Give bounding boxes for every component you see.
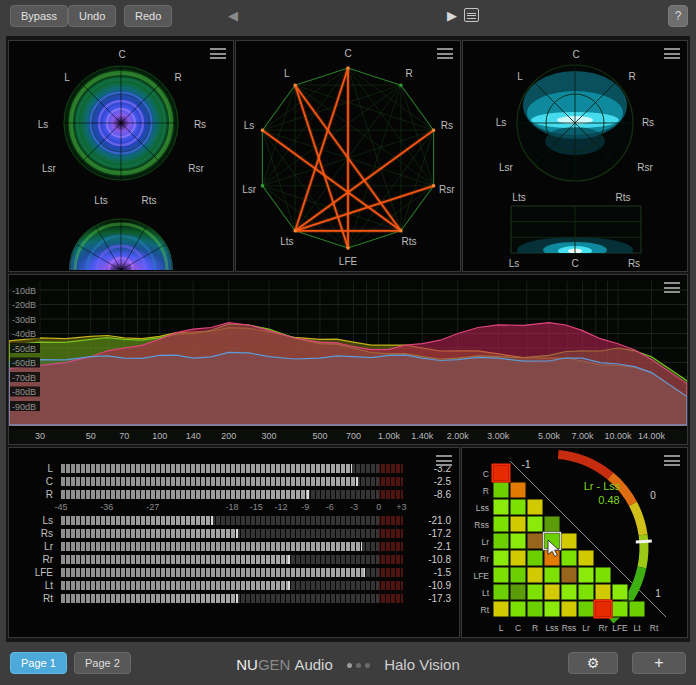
web-node xyxy=(432,129,435,132)
correlation-cell[interactable] xyxy=(527,567,543,583)
history-forward-icon[interactable]: ▶ xyxy=(447,8,457,24)
correlation-cell[interactable] xyxy=(510,550,526,566)
label: -10dB xyxy=(12,286,36,296)
correlation-cell[interactable] xyxy=(510,516,526,532)
web-node xyxy=(261,184,264,187)
correlation-cell[interactable] xyxy=(510,584,526,600)
label: Lss xyxy=(545,623,558,633)
correlation-cell[interactable] xyxy=(493,567,509,583)
panel-menu-icon[interactable] xyxy=(210,48,226,62)
label: R xyxy=(532,623,538,633)
label: Rs xyxy=(628,258,640,269)
correlation-cell[interactable] xyxy=(493,550,509,566)
correlation-matrix-visualization[interactable]: -101Lr - Lss0.48CRLssRssLrRrLFELtRtLCRLs… xyxy=(462,448,687,637)
correlation-cell[interactable] xyxy=(544,584,560,600)
correlation-cell[interactable] xyxy=(527,499,543,515)
gear-icon: ⚙ xyxy=(587,655,600,671)
correlation-cell[interactable] xyxy=(493,465,509,481)
correlation-cell[interactable] xyxy=(510,567,526,583)
correlation-cell[interactable] xyxy=(612,601,628,617)
correlation-cell[interactable] xyxy=(595,567,611,583)
correlation-cell[interactable] xyxy=(561,533,577,549)
correlation-cell[interactable] xyxy=(493,584,509,600)
settings-button[interactable]: ⚙ xyxy=(568,652,618,674)
correlation-cell[interactable] xyxy=(510,499,526,515)
help-button[interactable]: ? xyxy=(668,5,688,27)
label: 1.00k xyxy=(378,431,401,441)
bypass-button[interactable]: Bypass xyxy=(10,5,68,27)
label: 10.00k xyxy=(604,431,632,441)
meter-bar xyxy=(61,464,403,473)
meter-channel-label: Lt xyxy=(17,580,53,591)
polar-scope-panel: CLRLsRsLsrRsrLtsRtsLsCRs xyxy=(462,40,688,272)
meter-value: -8.6 xyxy=(403,489,451,500)
correlation-cell[interactable] xyxy=(561,550,577,566)
correlation-cell[interactable] xyxy=(510,533,526,549)
label: Lts xyxy=(94,195,107,206)
correlation-cell[interactable] xyxy=(595,601,611,617)
preset-list-icon[interactable] xyxy=(464,8,479,22)
correlation-cell[interactable] xyxy=(527,516,543,532)
label: R xyxy=(628,71,635,82)
correlation-cell[interactable] xyxy=(493,482,509,498)
correlation-cell[interactable] xyxy=(578,584,594,600)
meter-row: R-8.6 xyxy=(17,488,451,501)
correlation-cell[interactable] xyxy=(493,601,509,617)
label: Rsr xyxy=(637,162,653,173)
undo-button[interactable]: Undo xyxy=(68,5,116,27)
correlation-cell[interactable] xyxy=(544,567,560,583)
top-toolbar: Bypass Undo Redo ◀ ▶ ? xyxy=(0,0,696,34)
label: Rsr xyxy=(188,163,204,174)
correlation-cell[interactable] xyxy=(629,601,645,617)
correlation-web-svg: CRRsRsrRtsLFELtsLsrLsL xyxy=(236,41,460,271)
correlation-cell[interactable] xyxy=(544,601,560,617)
correlation-cell[interactable] xyxy=(527,601,543,617)
correlation-cell[interactable] xyxy=(612,584,628,600)
label: Lt xyxy=(633,623,641,633)
page-indicator-dots[interactable] xyxy=(345,654,372,671)
label: 3.00k xyxy=(487,431,510,441)
correlation-cell[interactable] xyxy=(510,601,526,617)
panel-menu-icon[interactable] xyxy=(664,48,680,62)
history-back-icon[interactable]: ◀ xyxy=(228,8,238,24)
label: 0 xyxy=(650,490,656,501)
add-panel-button[interactable]: + xyxy=(632,652,686,674)
correlation-cell[interactable] xyxy=(493,499,509,515)
correlation-cell[interactable] xyxy=(544,516,560,532)
correlation-cell[interactable] xyxy=(493,516,509,532)
meter-row: LFE-1.5 xyxy=(17,566,451,579)
spectrum-analyzer-visualization: 3050701001402003005007001.00k1.40k2.00k3… xyxy=(9,275,687,444)
correlation-cell[interactable] xyxy=(561,584,577,600)
label: LFE xyxy=(612,623,628,633)
web-node xyxy=(261,129,264,132)
meter-channel-label: Rr xyxy=(17,554,53,565)
correlation-cell[interactable] xyxy=(578,567,594,583)
label: Lts xyxy=(512,192,525,203)
correlation-cell[interactable] xyxy=(527,550,543,566)
panel-menu-icon[interactable] xyxy=(664,282,680,296)
web-node xyxy=(294,229,297,232)
correlation-cell[interactable] xyxy=(595,584,611,600)
panel-menu-icon[interactable] xyxy=(437,48,453,62)
correlation-cell[interactable] xyxy=(578,550,594,566)
correlation-cell[interactable] xyxy=(561,567,577,583)
correlation-cell[interactable] xyxy=(527,584,543,600)
correlation-cell[interactable] xyxy=(493,533,509,549)
brand-nu: NU xyxy=(236,656,258,673)
panel-menu-icon[interactable] xyxy=(664,455,680,469)
correlation-cell[interactable] xyxy=(544,550,560,566)
correlation-cell[interactable] xyxy=(510,482,526,498)
label: Rts xyxy=(142,195,157,206)
correlation-cell[interactable] xyxy=(578,601,594,617)
redo-button[interactable]: Redo xyxy=(124,5,172,27)
meter-bar xyxy=(61,594,403,603)
meter-row: Lt-10.9 xyxy=(17,579,451,592)
meter-value: -17.3 xyxy=(403,593,451,604)
panel-menu-icon[interactable] xyxy=(436,455,452,469)
label: R xyxy=(174,72,181,83)
correlation-cell[interactable] xyxy=(561,601,577,617)
label: 200 xyxy=(221,431,236,441)
spectrum-curve-rear-blue xyxy=(9,352,687,425)
correlation-cell[interactable] xyxy=(527,533,543,549)
label: L xyxy=(517,71,523,82)
